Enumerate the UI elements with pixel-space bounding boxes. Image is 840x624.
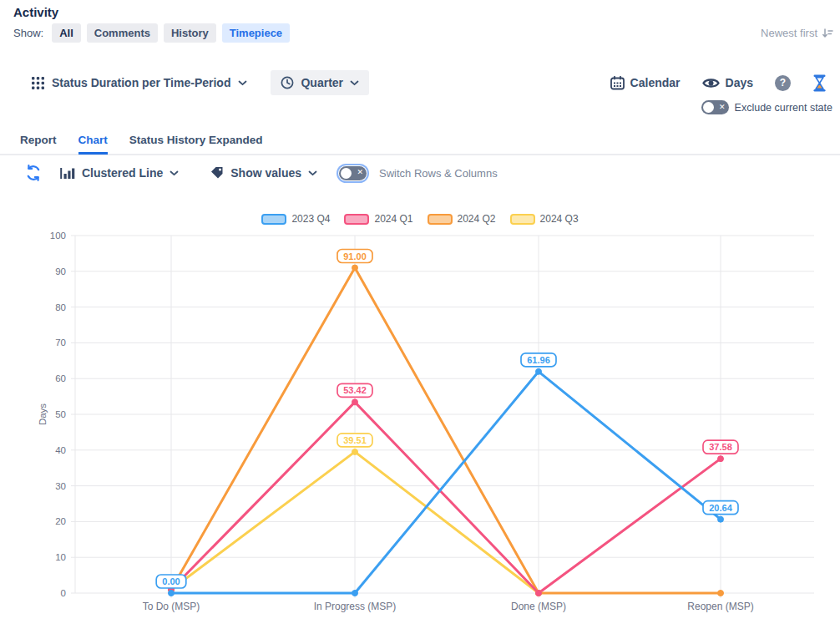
chart-type-label: Clustered Line bbox=[82, 166, 163, 180]
switch-rows-columns-toggle[interactable]: ✕ bbox=[339, 166, 367, 180]
calendar-icon bbox=[610, 76, 625, 90]
period-selector-button[interactable]: Quarter bbox=[271, 70, 369, 95]
legend-swatch bbox=[510, 214, 535, 225]
legend-label: 2024 Q3 bbox=[540, 213, 579, 225]
report-type-selector[interactable]: Status Duration per Time-Period bbox=[32, 76, 247, 89]
calendar-label: Calendar bbox=[630, 76, 681, 89]
chevron-down-icon bbox=[308, 170, 317, 176]
value-label-text: 20.64 bbox=[709, 503, 732, 513]
timepiece-controls-row: Status Duration per Time-Period Quarter bbox=[32, 70, 827, 95]
value-label-text: 37.58 bbox=[709, 442, 732, 452]
right-controls: Calendar Days ? bbox=[610, 74, 827, 92]
legend-label: 2024 Q2 bbox=[458, 213, 496, 225]
y-tick-label: 80 bbox=[55, 302, 66, 312]
data-point bbox=[169, 591, 175, 596]
chevron-down-icon bbox=[350, 80, 359, 86]
calendar-button[interactable]: Calendar bbox=[610, 76, 681, 90]
y-tick-label: 50 bbox=[55, 409, 66, 419]
filter-all-button[interactable]: All bbox=[52, 23, 81, 43]
value-label-text: 0.00 bbox=[162, 576, 180, 586]
legend-label: 2023 Q4 bbox=[291, 213, 330, 225]
tab-chart[interactable]: Chart bbox=[78, 134, 108, 155]
data-point bbox=[352, 265, 358, 271]
data-point bbox=[718, 516, 724, 522]
refresh-icon[interactable] bbox=[25, 165, 42, 181]
exclude-current-state-label: Exclude current state bbox=[735, 102, 832, 114]
help-icon[interactable]: ? bbox=[775, 75, 791, 91]
filter-history-button[interactable]: History bbox=[164, 23, 216, 43]
sort-descending-icon bbox=[822, 28, 833, 39]
chevron-down-icon bbox=[238, 80, 247, 86]
y-tick-label: 100 bbox=[50, 232, 66, 241]
data-point bbox=[352, 591, 358, 596]
x-tick-label: Done (MSP) bbox=[511, 601, 566, 612]
view-tabs: Report Chart Status History Expanded bbox=[20, 134, 263, 155]
tag-icon bbox=[210, 166, 224, 180]
grid-icon bbox=[32, 77, 44, 89]
display-unit-label: Days bbox=[726, 76, 753, 89]
y-axis-title: Days bbox=[38, 403, 48, 425]
chevron-down-icon bbox=[170, 170, 179, 176]
legend-swatch bbox=[344, 214, 369, 225]
x-tick-label: In Progress (MSP) bbox=[314, 601, 397, 612]
legend-item-2024-q2[interactable]: 2024 Q2 bbox=[428, 213, 496, 225]
y-tick-label: 60 bbox=[55, 373, 66, 383]
chart-type-selector[interactable]: Clustered Line bbox=[60, 166, 179, 180]
switch-rows-columns-label: Switch Rows & Columns bbox=[379, 167, 498, 180]
y-tick-label: 90 bbox=[55, 266, 66, 276]
eye-icon bbox=[702, 77, 720, 89]
show-filter-row: Show: All Comments History Timepiece New… bbox=[13, 23, 833, 43]
chart-legend: 2023 Q42024 Q12024 Q22024 Q3 bbox=[0, 213, 840, 225]
data-point bbox=[718, 456, 724, 462]
tab-report[interactable]: Report bbox=[20, 134, 57, 155]
activity-panel: Activity Show: All Comments History Time… bbox=[0, 0, 840, 624]
x-tick-label: Reopen (MSP) bbox=[687, 601, 753, 612]
data-point bbox=[352, 399, 358, 405]
bar-chart-icon bbox=[60, 167, 75, 180]
y-tick-label: 10 bbox=[55, 552, 66, 562]
show-values-label: Show values bbox=[230, 166, 301, 180]
exclude-current-state-row: ✕ Exclude current state bbox=[701, 100, 832, 114]
legend-item-2023-q4[interactable]: 2023 Q4 bbox=[261, 213, 330, 225]
y-tick-label: 30 bbox=[55, 481, 66, 491]
filter-comments-button[interactable]: Comments bbox=[87, 23, 158, 43]
legend-item-2024-q3[interactable]: 2024 Q3 bbox=[510, 213, 579, 225]
show-values-selector[interactable]: Show values bbox=[210, 166, 317, 180]
data-point bbox=[536, 368, 542, 374]
toggle-off-x-icon: ✕ bbox=[357, 167, 364, 178]
clock-icon bbox=[281, 76, 294, 89]
toggle-knob bbox=[341, 168, 352, 179]
exclude-current-state-toggle[interactable]: ✕ bbox=[701, 100, 729, 114]
hourglass-icon[interactable] bbox=[812, 74, 827, 92]
filter-timepiece-button[interactable]: Timepiece bbox=[222, 23, 290, 43]
legend-item-2024-q1[interactable]: 2024 Q1 bbox=[344, 213, 412, 225]
y-tick-label: 70 bbox=[55, 337, 66, 348]
toggle-off-x-icon: ✕ bbox=[719, 102, 726, 113]
display-unit-button[interactable]: Days bbox=[702, 76, 753, 89]
toggle-knob bbox=[703, 102, 714, 113]
data-point bbox=[352, 449, 358, 454]
value-label-text: 53.42 bbox=[343, 385, 367, 395]
y-tick-label: 20 bbox=[55, 516, 66, 526]
y-tick-label: 0 bbox=[61, 588, 66, 598]
show-label: Show: bbox=[13, 27, 43, 39]
chart-toolbar: Clustered Line Show values ✕ Switch Rows… bbox=[25, 165, 498, 181]
page-title: Activity bbox=[13, 5, 58, 19]
sort-order-label: Newest first bbox=[761, 27, 817, 39]
legend-swatch bbox=[261, 214, 286, 225]
data-point bbox=[718, 591, 724, 596]
legend-label: 2024 Q1 bbox=[374, 213, 412, 225]
y-tick-label: 40 bbox=[55, 445, 66, 455]
value-label-text: 61.96 bbox=[527, 355, 550, 365]
tab-status-history-expanded[interactable]: Status History Expanded bbox=[129, 134, 263, 155]
value-label-text: 91.00 bbox=[343, 251, 367, 261]
report-type-label: Status Duration per Time-Period bbox=[52, 76, 230, 89]
sort-order-control[interactable]: Newest first bbox=[761, 27, 833, 39]
status-duration-line-chart: 0102030405060708090100To Do (MSP)In Prog… bbox=[0, 232, 840, 624]
legend-swatch bbox=[428, 214, 453, 225]
chart-line-2023-q4 bbox=[171, 372, 721, 593]
x-tick-label: To Do (MSP) bbox=[143, 601, 200, 612]
period-selector-label: Quarter bbox=[301, 76, 343, 89]
value-label-text: 39.51 bbox=[343, 435, 367, 445]
chart-line-2024-q2 bbox=[171, 268, 721, 593]
